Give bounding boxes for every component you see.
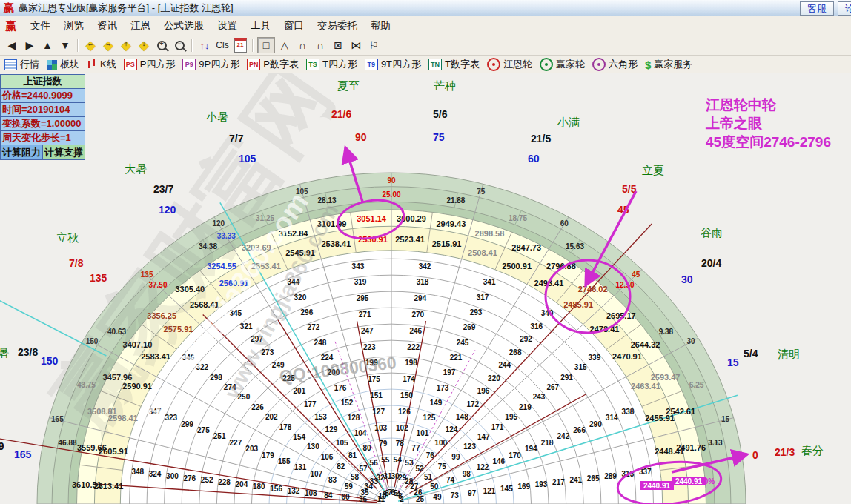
pan-left-icon[interactable]: ◆← xyxy=(82,38,99,53)
tool-六角形[interactable]: 六角形 xyxy=(592,58,638,71)
menu-item-0[interactable]: 文件 xyxy=(24,17,57,35)
wheel-integer: 54 xyxy=(394,456,403,464)
tool-K线[interactable]: K线 xyxy=(87,58,116,71)
pan-right-icon[interactable]: ◆→ xyxy=(100,38,116,53)
tool-label: P四方形 xyxy=(140,58,176,71)
wheel-integer: 244 xyxy=(498,361,511,369)
tool-赢家轮[interactable]: 赢家轮 xyxy=(540,58,585,71)
wheel-integer: 73 xyxy=(451,491,460,500)
nav-prev-icon[interactable]: ◀ xyxy=(4,38,20,53)
zoom-out-icon[interactable]: − xyxy=(171,38,188,53)
window-title: 赢家江恩专业版[赢家服务平台] - [上证指数 江恩轮] xyxy=(19,1,234,15)
wheel-integer: 242 xyxy=(557,432,570,440)
annotation-text: 45度空间2746-2796 xyxy=(706,134,831,150)
price-label-inner: 2470.91 xyxy=(612,352,642,361)
kline-icon xyxy=(87,59,97,70)
angle-degree-label: 15 xyxy=(727,357,739,368)
board-tool-icon[interactable]: ⚐ xyxy=(365,38,382,53)
wheel-integer: 131 xyxy=(294,463,307,471)
wheel-integer: 152 xyxy=(341,399,354,407)
wheel-integer: 128 xyxy=(348,414,360,422)
pan-up-icon[interactable]: ◆↑ xyxy=(118,38,134,53)
wheel-integer: 75 xyxy=(438,462,447,471)
calc-resistance-button[interactable]: 计算阻力 xyxy=(1,145,43,159)
arc-right-tool-icon[interactable]: ∩ xyxy=(312,38,328,53)
zoom-in-icon[interactable]: + xyxy=(153,38,170,53)
tool-江恩轮[interactable]: 江恩轮 xyxy=(487,58,532,71)
tool-板块[interactable]: 板块 xyxy=(47,58,79,71)
tool-赢家服务[interactable]: $赢家服务 xyxy=(645,58,692,71)
wheel-percent-label: 12.50 xyxy=(615,281,634,289)
nav-down-icon[interactable]: ▼ xyxy=(57,38,73,53)
wheel-integer: 124 xyxy=(446,425,458,434)
tool-T四方形[interactable]: TST四方形 xyxy=(306,58,357,71)
menu-item-8[interactable]: 交易委托 xyxy=(311,17,364,35)
angle-degree-label: 90 xyxy=(355,131,367,143)
triangle-tool-icon[interactable]: △ xyxy=(277,38,293,53)
nav-next-icon[interactable]: ▶ xyxy=(21,38,38,53)
solar-term-label: 大暑 xyxy=(125,162,147,175)
scatter-tool-icon[interactable]: ⋈ xyxy=(348,38,364,53)
wheel-integer: 149 xyxy=(430,399,443,407)
tool-9T四方形[interactable]: T99T四方形 xyxy=(365,58,421,71)
highlight-price-value: 2440.91 xyxy=(675,477,703,485)
tool-P数字表[interactable]: PNP数字表 xyxy=(247,58,299,71)
tool-label: 9P四方形 xyxy=(199,58,239,71)
tool-label: 六角形 xyxy=(609,58,638,71)
menu-item-6[interactable]: 工具 xyxy=(244,17,277,35)
wheel-integer: 97 xyxy=(468,489,477,497)
wheel-integer: 248 xyxy=(314,339,327,347)
menu-item-2[interactable]: 资讯 xyxy=(90,17,124,35)
wheel-integer: 49 xyxy=(433,493,442,501)
target-icon xyxy=(487,58,500,71)
wheel-integer: 202 xyxy=(265,413,278,421)
menu-item-4[interactable]: 公式选股 xyxy=(157,17,211,35)
app-logo-icon: 赢 xyxy=(4,1,14,15)
cls-icon[interactable]: Cls xyxy=(214,38,231,53)
menu-item-9[interactable]: 帮助 xyxy=(364,17,397,35)
wheel-integer: 220 xyxy=(488,374,500,382)
customer-service-button[interactable]: 客服 xyxy=(800,1,834,16)
solar-date-label: 21/6 xyxy=(331,108,351,120)
wheel-integer: 217 xyxy=(552,478,565,486)
solar-date-label: 7/7 xyxy=(229,133,244,145)
pan-down-icon[interactable]: ◆↓ xyxy=(136,38,152,53)
nav-up-icon[interactable]: ▲ xyxy=(39,38,56,53)
calc-support-button[interactable]: 计算支撑 xyxy=(43,145,85,159)
menu-item-7[interactable]: 窗口 xyxy=(277,17,311,35)
forum-button[interactable]: 论坛 xyxy=(838,1,851,16)
table-icon xyxy=(4,59,17,70)
wheel-percent-label: 15.63 xyxy=(566,242,584,251)
menu-item-1[interactable]: 浏览 xyxy=(57,17,90,35)
arc-left-tool-icon[interactable]: ∩ xyxy=(294,38,311,53)
wheel-integer: 203 xyxy=(245,445,258,453)
rect-tool-icon[interactable]: □ xyxy=(257,37,275,53)
solar-date-label: 23/8 xyxy=(18,346,38,358)
tool-P四方形[interactable]: PSP四方形 xyxy=(124,58,176,71)
tool-9P四方形[interactable]: P99P四方形 xyxy=(182,58,239,71)
solar-date-label: 23/7 xyxy=(153,183,173,195)
wheel-integer: 177 xyxy=(304,400,317,408)
wheel-integer: 172 xyxy=(466,400,479,408)
wheel-integer: 193 xyxy=(535,480,548,488)
menu-item-3[interactable]: 江恩 xyxy=(124,17,157,35)
wheel-integer: 348 xyxy=(131,468,144,476)
wheel-integer: 319 xyxy=(354,278,367,286)
wheel-degree-label: 75 xyxy=(477,188,486,196)
angle-degree-label: 120 xyxy=(159,204,176,216)
gann-wheel-canvas[interactable]: 2345678910112526272829303132333435364950… xyxy=(0,73,851,504)
tool-行情[interactable]: 行情 xyxy=(4,58,39,71)
target-icon xyxy=(540,58,553,71)
calendar-icon[interactable]: 21 xyxy=(232,38,248,53)
menu-item-5[interactable]: 设置 xyxy=(211,17,244,35)
badge-icon: PN xyxy=(247,59,260,70)
wheel-integer: 31 xyxy=(383,472,392,480)
wheel-integer: 155 xyxy=(278,457,291,465)
wheel-integer: 83 xyxy=(328,476,337,484)
highlight-price-value: 2440.91 xyxy=(643,482,671,490)
axis-updown-icon[interactable]: ↑↓ xyxy=(196,38,213,53)
toolbar-separator xyxy=(191,39,193,52)
box-x-tool-icon[interactable]: ⊠ xyxy=(330,38,346,53)
tool-T数字表[interactable]: TNT数字表 xyxy=(428,58,480,71)
wheel-integer: 77 xyxy=(411,444,420,452)
